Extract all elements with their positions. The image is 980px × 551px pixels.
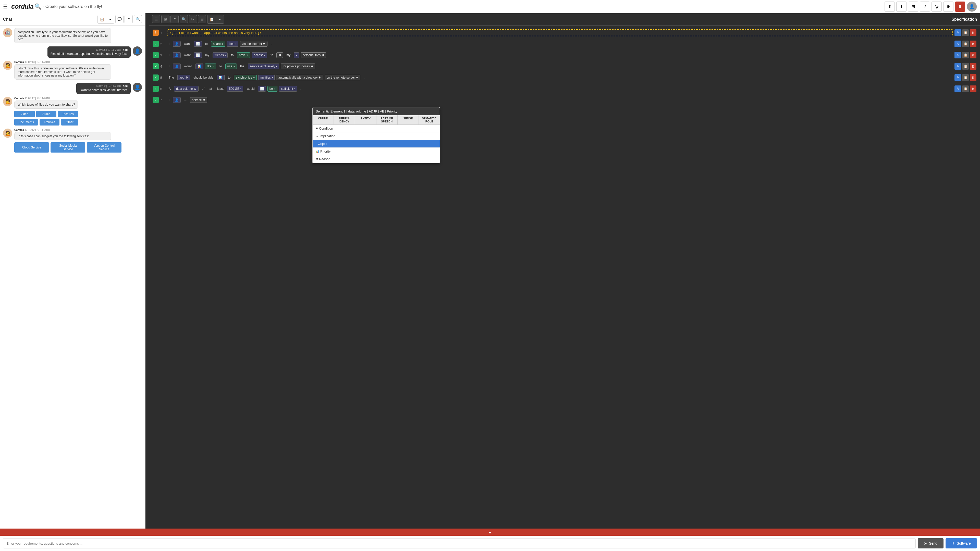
token[interactable]: for private pruposes ✱	[281, 64, 315, 69]
resize-handle[interactable]: ⋮	[145, 13, 149, 529]
row-copy-btn[interactable]: 📋	[962, 52, 969, 59]
spec-cut-btn[interactable]: ✂	[189, 15, 197, 23]
token[interactable]: .	[269, 41, 273, 46]
token[interactable]: 📊	[217, 75, 224, 80]
token[interactable]: should be able	[192, 75, 215, 80]
spec-search-btn[interactable]: 🔍	[180, 15, 188, 23]
token[interactable]: want	[182, 41, 192, 46]
hamburger-icon[interactable]: ☰	[3, 3, 8, 10]
row-delete-btn[interactable]: 🗑	[970, 86, 977, 92]
pictures-btn[interactable]: Pictures	[58, 111, 78, 118]
bottom-bar[interactable]: ▲	[0, 529, 980, 536]
copy-tool-btn[interactable]: 📋	[98, 15, 106, 24]
avatar-btn[interactable]: 👤	[967, 2, 977, 12]
token[interactable]: sufficient ▪	[279, 86, 297, 92]
row-copy-btn[interactable]: 📋	[962, 29, 969, 36]
row-edit-btn[interactable]: ✎	[955, 63, 961, 70]
row-edit-btn[interactable]: ✎	[955, 29, 961, 36]
token[interactable]: 📊	[194, 52, 202, 58]
list-item[interactable]: 📊 Priority	[313, 148, 440, 156]
token[interactable]: I	[167, 41, 171, 46]
token[interactable]: 📊	[196, 64, 204, 69]
token[interactable]: 👤	[173, 41, 181, 47]
spec-dropdown-btn[interactable]: ▾	[216, 15, 224, 24]
token[interactable]: .	[328, 52, 332, 58]
row-edit-btn[interactable]: ✎	[955, 86, 961, 92]
token[interactable]: like »	[205, 64, 216, 69]
token[interactable]: I	[167, 52, 171, 58]
audio-btn[interactable]: Audio	[36, 111, 57, 118]
requirement-input[interactable]	[3, 538, 916, 548]
row-copy-btn[interactable]: 📋	[962, 63, 969, 70]
token[interactable]: synchronize »	[234, 75, 257, 80]
token[interactable]: 👤	[173, 97, 181, 103]
token[interactable]: the	[239, 64, 246, 69]
search-chat-btn[interactable]: 🔍	[134, 15, 142, 23]
version-control-service-btn[interactable]: Version Control Service	[87, 142, 121, 152]
upload-btn[interactable]: ⬆	[885, 2, 895, 12]
at-btn[interactable]: @	[932, 2, 942, 12]
token[interactable]: my	[285, 52, 292, 58]
token[interactable]: on the remote server ✱	[325, 75, 360, 80]
token[interactable]: my	[204, 52, 211, 58]
row-delete-btn[interactable]: 🗑	[970, 41, 977, 47]
token[interactable]: personal files ✱	[301, 52, 326, 58]
token[interactable]: .	[317, 64, 321, 69]
row-delete-btn[interactable]: 🗑	[970, 29, 977, 36]
settings-btn[interactable]: ⚙	[943, 2, 953, 12]
token[interactable]: access ▪	[251, 52, 267, 58]
token[interactable]: friends ▪	[213, 52, 228, 58]
token[interactable]: service exclusively ▪	[248, 64, 279, 69]
token[interactable]: The	[167, 75, 176, 80]
token[interactable]: my files ▪	[258, 75, 275, 80]
token[interactable]: app ⚙	[177, 75, 190, 80]
token[interactable]: files ▪	[227, 41, 239, 47]
list-item[interactable]: ✱ Reason	[313, 156, 440, 163]
token[interactable]: .	[362, 75, 366, 80]
token[interactable]: of	[200, 86, 206, 91]
token[interactable]: be »	[267, 86, 277, 92]
row-edit-btn[interactable]: ✎	[955, 41, 961, 47]
list-item[interactable]: ▪ Object	[313, 140, 440, 148]
token[interactable]: .	[209, 97, 213, 103]
token[interactable]: 📊	[194, 41, 202, 47]
chat-mode-btn[interactable]: 💬	[115, 15, 124, 23]
token[interactable]: would	[245, 86, 256, 91]
token[interactable]: share »	[211, 41, 225, 47]
token[interactable]: 👤	[173, 52, 181, 58]
archives-btn[interactable]: Archives	[40, 119, 59, 125]
list-mode-btn[interactable]: ≡	[124, 15, 133, 23]
token[interactable]: via the internet ✱	[240, 41, 267, 47]
token[interactable]: automatically with a directory ✱	[276, 75, 323, 80]
list-item[interactable]: ✱ Condition	[313, 125, 440, 132]
social-media-service-btn[interactable]: Social Media Service	[51, 142, 85, 152]
token[interactable]: to	[204, 41, 210, 46]
spec-minus-btn[interactable]: ⊟	[198, 15, 206, 23]
row-edit-btn[interactable]: ✎	[955, 74, 961, 81]
token[interactable]: A	[167, 86, 172, 91]
token[interactable]: want	[182, 52, 192, 58]
token[interactable]: 📊	[258, 86, 266, 92]
row-copy-btn[interactable]: 📋	[962, 41, 969, 47]
token[interactable]: 500 GB ▪	[227, 86, 243, 92]
video-btn[interactable]: Video	[14, 111, 35, 118]
row-delete-btn[interactable]: 🗑	[970, 74, 977, 81]
spec-align-btn[interactable]: ≡	[170, 15, 179, 23]
token[interactable]: data volume ⚙	[174, 86, 199, 92]
token[interactable]: use »	[225, 64, 237, 69]
token[interactable]: have »	[237, 52, 250, 58]
token[interactable]: to	[226, 75, 232, 80]
row-copy-btn[interactable]: 📋	[962, 86, 969, 92]
token[interactable]: ...	[182, 97, 188, 103]
token[interactable]: .	[299, 86, 303, 91]
grid-btn[interactable]: ⊞	[908, 2, 918, 12]
token[interactable]: I	[167, 97, 171, 103]
row-delete-btn[interactable]: 🗑	[970, 63, 977, 70]
download-btn[interactable]: ⬇	[896, 2, 907, 12]
token[interactable]: ✱	[277, 52, 283, 58]
token[interactable]: I	[167, 64, 171, 69]
spec-clipboard-btn[interactable]: 📋	[207, 15, 216, 24]
token[interactable]: to	[229, 52, 235, 58]
list-item[interactable]: → Implication	[313, 132, 440, 140]
token[interactable]: least	[215, 86, 225, 91]
